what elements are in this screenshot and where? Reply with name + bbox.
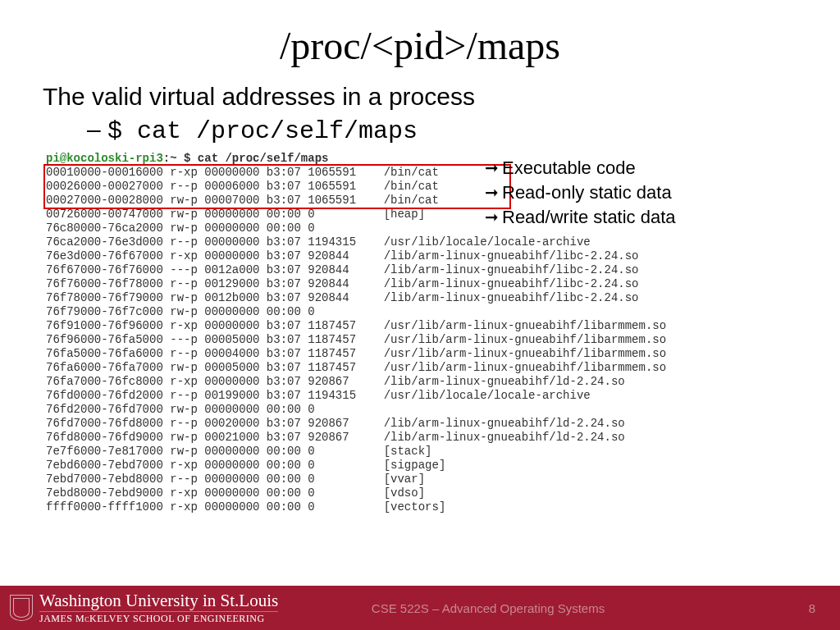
school-name: JAMES McKELVEY SCHOOL OF ENGINEERING — [39, 611, 278, 623]
terminal-output: pi@kocoloski-rpi3:~ $ cat /proc/self/map… — [46, 152, 797, 514]
maps-line: 76e3d000-76f67000 r-xp 00000000 b3:07 92… — [46, 249, 797, 263]
maps-line: 76fd7000-76fd8000 r--p 00020000 b3:07 92… — [46, 417, 797, 431]
maps-line: 76c80000-76ca2000 rw-p 00000000 00:00 0 — [46, 221, 797, 235]
maps-line: 76f96000-76fa5000 ---p 00005000 b3:07 11… — [46, 333, 797, 347]
course-title: CSE 522S – Advanced Operating Systems — [340, 601, 636, 615]
maps-line: 7ebd6000-7ebd7000 r-xp 00000000 00:00 0 … — [46, 459, 797, 472]
callout-list: Executable codeRead-only static dataRead… — [484, 158, 676, 231]
maps-line: 76ca2000-76e3d000 r--p 00000000 b3:07 11… — [46, 235, 797, 249]
maps-line: 76f78000-76f79000 rw-p 0012b000 b3:07 92… — [46, 291, 797, 305]
callout-item: Read-only static data — [484, 182, 676, 203]
slide-title: /proc/<pid>/maps — [0, 0, 840, 68]
maps-line: 76f67000-76f76000 ---p 0012a000 b3:07 92… — [46, 263, 797, 277]
maps-line: 00026000-00027000 r--p 00006000 b3:07 10… — [46, 180, 797, 194]
prompt-dollar: $ — [107, 117, 122, 145]
example-command: – $ cat /proc/self/maps — [87, 116, 797, 145]
maps-line: 00027000-00028000 rw-p 00007000 b3:07 10… — [46, 194, 797, 208]
command-text: cat /proc/self/maps — [122, 117, 418, 145]
bullet-dash: – — [87, 116, 101, 143]
maps-line: 00726000-00747000 rw-p 00000000 00:00 0 … — [46, 208, 797, 221]
maps-line: 76fd8000-76fd9000 rw-p 00021000 b3:07 92… — [46, 431, 797, 445]
maps-line: 76f91000-76f96000 r-xp 00000000 b3:07 11… — [46, 319, 797, 333]
maps-line: 76fa5000-76fa6000 r--p 00004000 b3:07 11… — [46, 347, 797, 361]
maps-line: 76fd0000-76fd2000 r--p 00199000 b3:07 11… — [46, 389, 797, 403]
page-number: 8 — [809, 601, 815, 615]
callout-item: Read/write static data — [484, 207, 676, 228]
maps-line: 76fa6000-76fa7000 rw-p 00005000 b3:07 11… — [46, 361, 797, 375]
shield-icon — [10, 595, 33, 621]
maps-line: 7e7f6000-7e817000 rw-p 00000000 00:00 0 … — [46, 445, 797, 459]
maps-line: 7ebd7000-7ebd8000 r--p 00000000 00:00 0 … — [46, 472, 797, 486]
maps-line: 7ebd8000-7ebd9000 r-xp 00000000 00:00 0 … — [46, 486, 797, 500]
maps-line: 76f79000-76f7c000 rw-p 00000000 00:00 0 — [46, 305, 797, 319]
maps-line: ffff0000-ffff1000 r-xp 00000000 00:00 0 … — [46, 500, 797, 514]
university-name: Washington University in St.Louis — [39, 592, 278, 609]
maps-line: 76f76000-76f78000 r--p 00129000 b3:07 92… — [46, 277, 797, 291]
university-logo: Washington University in St.Louis JAMES … — [0, 592, 278, 623]
slide-footer: Washington University in St.Louis JAMES … — [0, 586, 840, 630]
maps-line: 00010000-00016000 r-xp 00000000 b3:07 10… — [46, 166, 797, 180]
maps-line: 76fd2000-76fd7000 rw-p 00000000 00:00 0 — [46, 403, 797, 417]
callout-item: Executable code — [484, 158, 676, 179]
maps-line: 76fa7000-76fc8000 r-xp 00000000 b3:07 92… — [46, 375, 797, 389]
intro-text: The valid virtual addresses in a process — [43, 83, 797, 111]
